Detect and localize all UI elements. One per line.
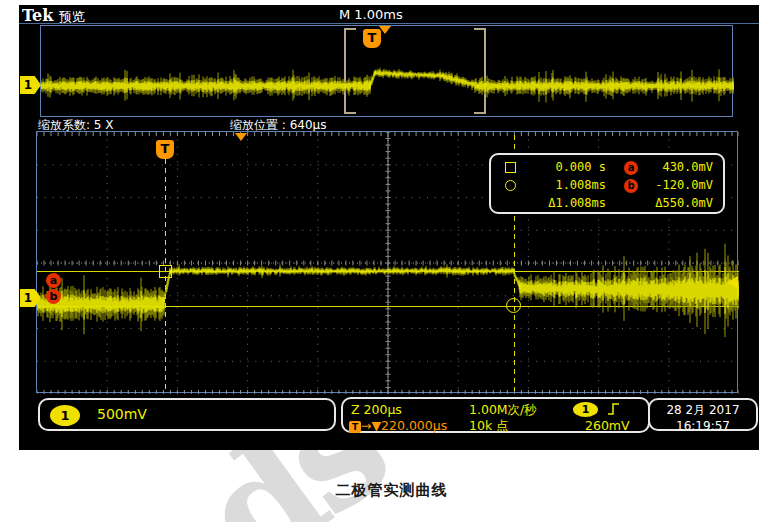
figure-caption: 二极管实测曲线	[0, 481, 783, 500]
expansion-point-icon	[379, 26, 391, 34]
horizontal-trigger-box: Z 200µs 1.00M次/秒 1 T→▼220.000µs 10k 点 26…	[341, 397, 650, 433]
sample-rate-value: 1.00M次/秒	[469, 402, 537, 419]
record-length-value: 10k 点	[469, 418, 509, 435]
trigger-point-icon: T	[156, 140, 174, 159]
trigger-level-value: 260mV	[585, 418, 630, 433]
cursor-b-voltage: -120.0mV	[621, 178, 713, 192]
trigger-delay-value: →▼220.000µs	[361, 418, 447, 433]
cursor-delta-time: Δ1.008ms	[511, 196, 606, 210]
channel-scale-box: 1 500mV	[38, 398, 336, 431]
rising-edge-icon	[607, 402, 621, 416]
oscilloscope-screen: Tek 预览 M 1.00ms T 1 缩放系数: 5 X 缩放位置 : 640…	[19, 5, 759, 450]
zoom-window: T a b 0.000 s a 430.0mV 1.008ms b -120.0…	[36, 131, 738, 393]
cursor-2-time: 1.008ms	[511, 178, 606, 192]
overview-waveform	[41, 26, 734, 118]
channel-1-badge: 1	[50, 405, 80, 426]
datetime-box: 28 2月 2017 16:19:57	[648, 398, 758, 431]
cursor-2-circle-icon	[506, 298, 521, 313]
main-timebase-label: M 1.00ms	[339, 7, 403, 22]
trigger-delay-t-icon: T	[349, 421, 361, 433]
cursor-1-square-icon	[159, 265, 172, 278]
cursor-readout-box: 0.000 s a 430.0mV 1.008ms b -120.0mV Δ1.…	[489, 153, 725, 214]
title-separator	[19, 23, 759, 24]
zoom-position-icon	[235, 133, 247, 141]
trigger-source-badge: 1	[573, 402, 598, 417]
cursor-b-badge: b	[46, 289, 61, 304]
cursor-delta-voltage: Δ550.0mV	[621, 196, 713, 210]
cursor-1-time: 0.000 s	[511, 160, 606, 174]
channel-1-marker-overview: 1	[20, 76, 41, 94]
cursor-a-badge: a	[46, 273, 61, 288]
zoom-timebase-value: Z 200µs	[351, 402, 402, 417]
date-value: 28 2月 2017	[650, 402, 756, 419]
time-value: 16:19:57	[650, 419, 756, 433]
overview-window: T	[40, 25, 733, 117]
channel-scale-value: 500mV	[97, 406, 147, 422]
cursor-a-voltage: 430.0mV	[621, 160, 713, 174]
